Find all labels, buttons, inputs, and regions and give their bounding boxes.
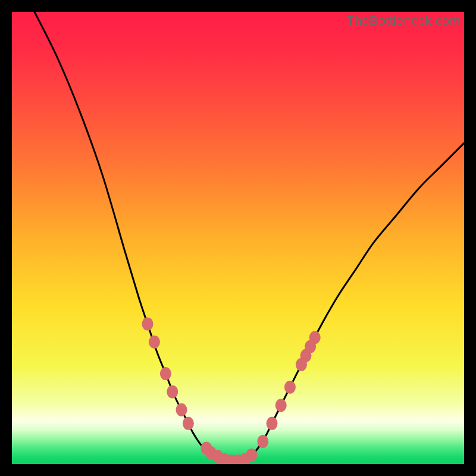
curve-marker — [183, 417, 194, 430]
curve-marker — [257, 435, 268, 448]
curve-marker — [149, 336, 160, 349]
watermark-label: TheBottleneck.com — [346, 13, 461, 29]
curve-marker — [275, 399, 287, 412]
curve-marker — [246, 449, 257, 462]
curve-marker — [160, 367, 171, 380]
gradient-background — [12, 12, 464, 464]
curve-marker — [267, 417, 278, 430]
curve-marker — [167, 385, 178, 398]
curve-marker — [142, 317, 154, 330]
chart-frame: TheBottleneck.com — [12, 12, 464, 464]
bottleneck-chart — [12, 12, 464, 464]
curve-marker — [176, 403, 187, 416]
curve-marker — [309, 331, 321, 344]
curve-marker — [284, 381, 296, 394]
